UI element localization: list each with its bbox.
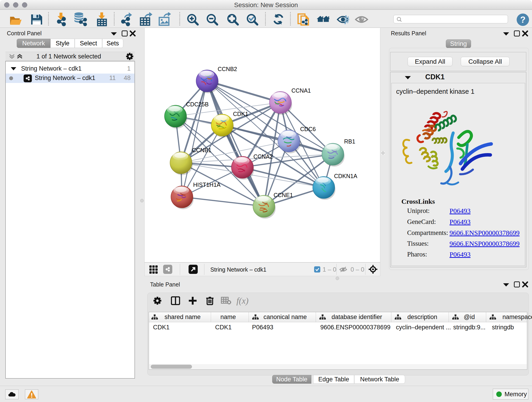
svg-text:CCNB1: CCNB1 bbox=[192, 147, 211, 153]
svg-text:CCNA2: CCNA2 bbox=[253, 153, 273, 160]
svg-text:CCNA1: CCNA1 bbox=[291, 87, 311, 94]
svg-text:CCNE1: CCNE1 bbox=[273, 192, 293, 198]
svg-text:CDC25B: CDC25B bbox=[186, 101, 209, 108]
svg-text:CDC6: CDC6 bbox=[300, 126, 316, 132]
svg-text:HIST1H1A: HIST1H1A bbox=[193, 182, 221, 188]
svg-text:RB1: RB1 bbox=[344, 138, 355, 145]
svg-text:CDKN1A: CDKN1A bbox=[334, 173, 357, 179]
svg-text:CCNB2: CCNB2 bbox=[218, 66, 237, 72]
svg-text:CDK1: CDK1 bbox=[233, 111, 248, 117]
